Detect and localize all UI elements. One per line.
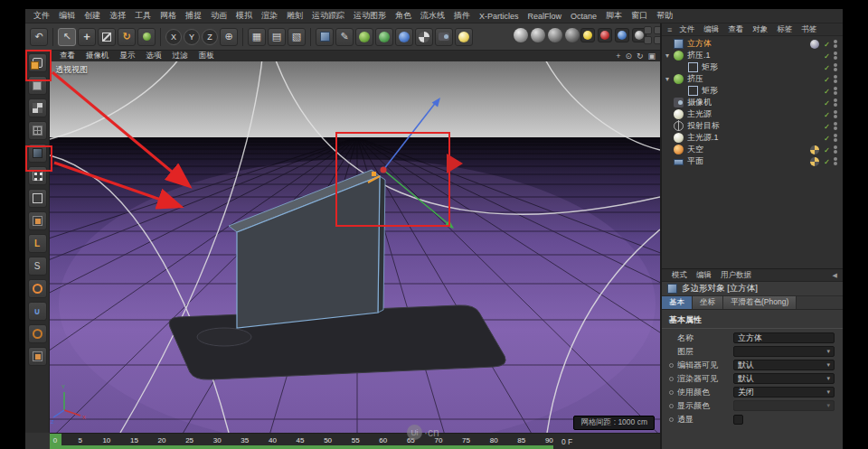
object-row-camera[interactable]: 摄像机 ✓ xyxy=(662,97,843,108)
timeline-range-bar[interactable] xyxy=(50,445,553,449)
object-row-mainlight[interactable]: 主光源 ✓ xyxy=(662,108,843,120)
live-selection-button[interactable]: ↖ xyxy=(58,28,76,46)
editor-visibility-dropdown[interactable]: 默认▾ xyxy=(733,360,835,370)
menu-help[interactable]: 帮助 xyxy=(652,10,677,22)
points-mode-button[interactable] xyxy=(28,166,47,185)
tab-phong[interactable]: 平滑着色(Phong) xyxy=(723,296,797,309)
keyframe-dot[interactable] xyxy=(669,404,674,408)
object-row-plane[interactable]: 平面 ✓ xyxy=(662,155,843,167)
phong-tag-icon[interactable] xyxy=(810,40,819,49)
rotate-view-icon[interactable]: ↻ xyxy=(637,51,644,61)
visibility-dots[interactable] xyxy=(832,75,839,83)
menu-simulate[interactable]: 模拟 xyxy=(231,10,257,22)
xray-checkbox[interactable] xyxy=(733,415,743,425)
menu-script[interactable]: 脚本 xyxy=(601,10,627,22)
keyframe-dot[interactable] xyxy=(669,390,674,395)
menu-octane[interactable]: Octane xyxy=(566,12,601,21)
default-light-icon[interactable] xyxy=(580,28,595,42)
edges-mode-button[interactable] xyxy=(28,189,47,208)
pan-view-icon[interactable]: + xyxy=(616,51,620,61)
quick-shading-icon[interactable] xyxy=(531,28,545,42)
workplane-mode-button[interactable] xyxy=(28,121,47,140)
menu-animate[interactable]: 动画 xyxy=(206,10,231,22)
locked-workplane-button[interactable] xyxy=(28,347,47,366)
keyframe-dot[interactable] xyxy=(669,363,674,368)
om-menu-tags[interactable]: 标签 xyxy=(772,24,797,35)
viewport-solo-button[interactable] xyxy=(28,279,47,298)
x-axis-lock-button[interactable]: X xyxy=(165,29,182,45)
light-button[interactable] xyxy=(455,28,473,46)
expander-icon[interactable]: ▾ xyxy=(665,75,674,83)
move-tool-button[interactable]: + xyxy=(78,28,96,46)
viewport-3d-scene[interactable]: X Y Z xyxy=(50,51,660,433)
menu-edit[interactable]: 编辑 xyxy=(54,10,80,22)
display-color-dropdown[interactable]: ▾ xyxy=(733,400,835,411)
y-axis-lock-button[interactable]: Y xyxy=(184,29,200,45)
keyframe-dot[interactable] xyxy=(669,377,674,381)
workplane-snap-button[interactable] xyxy=(28,324,47,343)
enabled-check-icon[interactable]: ✓ xyxy=(822,110,832,119)
om-menu-bookmarks[interactable]: 书签 xyxy=(797,24,821,35)
visibility-dots[interactable] xyxy=(832,87,839,95)
collapse-icon[interactable]: ◀ xyxy=(833,272,843,279)
object-row-target[interactable]: 投射目标 ✓ xyxy=(662,120,843,132)
render-picture-viewer-button[interactable]: ▤ xyxy=(268,28,286,46)
object-row-rectangle[interactable]: 矩形 ✓ xyxy=(662,61,843,73)
visibility-dots[interactable] xyxy=(832,122,839,130)
enabled-check-icon[interactable]: ✓ xyxy=(822,40,832,49)
toggle-views-icon[interactable]: ▣ xyxy=(647,51,656,61)
attr-menu-userdata[interactable]: 用户数据 xyxy=(716,270,756,281)
make-editable-button[interactable] xyxy=(28,53,47,72)
menu-tools[interactable]: 工具 xyxy=(130,10,156,22)
enabled-check-icon[interactable]: ✓ xyxy=(822,63,832,72)
menu-render[interactable]: 渲染 xyxy=(257,10,282,22)
object-row-extrude[interactable]: ▾ 挤压 ✓ xyxy=(662,73,843,85)
enabled-check-icon[interactable]: ✓ xyxy=(822,157,832,166)
tab-basic[interactable]: 基本 xyxy=(662,296,693,309)
layout-icon[interactable] xyxy=(644,26,652,34)
spline-pen-button[interactable]: ✎ xyxy=(335,28,354,46)
subdivision-surface-button[interactable] xyxy=(355,28,373,46)
menu-pipeline[interactable]: 流水线 xyxy=(416,10,449,22)
enabled-check-icon[interactable]: ✓ xyxy=(822,75,832,84)
object-mode-button[interactable] xyxy=(28,144,47,163)
menu-xparticles[interactable]: X-Particles xyxy=(475,12,524,21)
polygons-mode-button[interactable] xyxy=(28,211,47,230)
vp-menu-filter[interactable]: 过滤 xyxy=(167,51,193,61)
object-row-mainlight1[interactable]: 主光源.1 ✓ xyxy=(662,132,843,144)
deformer-button[interactable] xyxy=(395,28,413,46)
menu-snap[interactable]: 捕捉 xyxy=(181,10,206,22)
undo-button[interactable]: ↶ xyxy=(30,28,48,46)
scale-tool-button[interactable] xyxy=(98,28,116,46)
menu-realflow[interactable]: RealFlow xyxy=(524,12,567,21)
vp-menu-view[interactable]: 查看 xyxy=(54,51,80,61)
layout-icon[interactable] xyxy=(644,36,652,44)
model-mode-button[interactable] xyxy=(28,76,47,95)
coordinate-system-button[interactable]: ⊕ xyxy=(220,28,238,46)
visibility-dots[interactable] xyxy=(832,110,839,118)
vp-menu-camera[interactable]: 摄像机 xyxy=(80,51,115,61)
visibility-dots[interactable] xyxy=(832,157,839,165)
object-row-rectangle2[interactable]: 矩形 ✓ xyxy=(662,85,843,97)
attr-menu-mode[interactable]: 模式 xyxy=(667,270,692,281)
timeline[interactable]: 05 1015 2025 3035 4045 5055 6065 7075 80… xyxy=(50,433,660,449)
menu-select[interactable]: 选择 xyxy=(105,10,130,22)
visibility-dots[interactable] xyxy=(832,40,839,48)
vp-menu-options[interactable]: 选项 xyxy=(141,51,167,61)
attr-menu-edit[interactable]: 编辑 xyxy=(692,270,716,281)
render-visibility-dropdown[interactable]: 默认▾ xyxy=(733,373,835,384)
om-menu-objects[interactable]: 对象 xyxy=(748,24,772,35)
enabled-check-icon[interactable]: ✓ xyxy=(822,51,832,61)
camera-button[interactable] xyxy=(435,28,453,46)
gouraud-shading-icon[interactable] xyxy=(514,28,528,42)
vp-menu-panel[interactable]: 面板 xyxy=(193,51,220,61)
last-tool-button[interactable] xyxy=(137,28,156,46)
snap-button[interactable]: ∪ xyxy=(28,302,47,321)
visibility-dots[interactable] xyxy=(832,145,839,154)
menu-sculpt[interactable]: 雕刻 xyxy=(282,10,307,22)
stereo-view-icon[interactable] xyxy=(615,28,629,42)
enable-axis-button[interactable]: L xyxy=(28,234,47,253)
zoom-view-icon[interactable]: ⊙ xyxy=(625,51,632,61)
name-input[interactable]: 立方体 xyxy=(733,332,835,343)
om-menu-edit[interactable]: 编辑 xyxy=(699,24,723,35)
